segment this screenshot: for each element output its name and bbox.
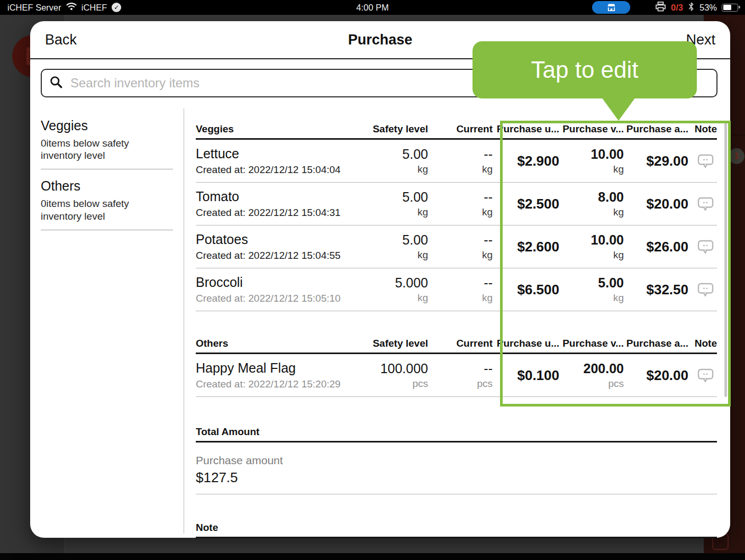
battery-percent-label: 53% — [699, 3, 717, 13]
safety-unit: pcs — [412, 378, 428, 390]
col-purchase-volume: Purchase v... — [559, 123, 624, 135]
table-header-veggies: Veggies Safety level Current Purchase u.… — [196, 123, 717, 140]
purchase-unit-price-field[interactable]: $6.500 — [493, 273, 559, 306]
purchase-volume-field[interactable]: 10.00kg — [559, 230, 624, 264]
table-row-lettuce: Lettuce Created at: 2022/12/12 15:04:04 … — [196, 140, 717, 183]
item-name: Broccoli — [196, 275, 369, 290]
print-queue-count: 0/3 — [671, 3, 683, 13]
safety-value: 5.00 — [402, 147, 428, 162]
col-purchase-volume: Purchase v... — [559, 338, 624, 349]
sidebar-item-sub: 0items below safety inventory level — [41, 137, 155, 161]
safety-value: 5.00 — [402, 232, 428, 248]
table-row-tomato: Tomato Created at: 2022/12/12 15:04:31 5… — [196, 183, 717, 225]
purchase-amount-field[interactable]: $20.00 — [624, 187, 688, 221]
bluetooth-icon — [688, 2, 695, 14]
total-amount-section: Total Amount Purchase amount $127.5 — [196, 426, 717, 494]
page-title: Purchase — [348, 32, 413, 48]
current-unit: kg — [482, 292, 493, 304]
section-name: Veggies — [196, 123, 369, 135]
storefront-icon — [607, 3, 616, 12]
col-current: Current — [428, 123, 493, 135]
storefront-pill-button[interactable] — [592, 1, 630, 14]
sidebar-divider — [184, 109, 184, 534]
item-created-at: Created at: 2022/12/12 15:05:10 — [196, 293, 369, 304]
purchase-unit-price-field[interactable]: $2.600 — [493, 230, 559, 264]
note-button[interactable] — [688, 273, 717, 306]
item-name: Tomato — [196, 189, 369, 204]
table-row-happy-meal-flag: Happy Meal Flag Created at: 2022/12/12 1… — [196, 354, 717, 397]
purchase-volume-field[interactable]: 5.00kg — [559, 273, 624, 306]
note-button[interactable] — [688, 187, 717, 221]
item-created-at: Created at: 2022/12/12 15:04:31 — [196, 207, 369, 219]
item-name: Lettuce — [196, 146, 369, 161]
backdrop-divider — [732, 134, 745, 136]
col-note: Note — [688, 338, 717, 349]
purchase-amount-field[interactable]: $32.50 — [624, 273, 688, 306]
col-purchase-unit: Purchase u... — [493, 338, 559, 349]
item-created-at: Created at: 2022/12/12 15:04:55 — [196, 250, 369, 261]
current-value: -- — [484, 147, 493, 162]
status-bar: iCHEF Server iCHEF ✓ 4:00 PM — [0, 0, 745, 15]
purchase-volume-field[interactable]: 8.00kg — [559, 187, 624, 221]
note-button[interactable] — [688, 144, 717, 178]
purchase-amount-field[interactable]: $20.00 — [624, 358, 688, 392]
current-unit: pcs — [477, 378, 493, 390]
tap-to-edit-tooltip: Tap to edit — [473, 41, 697, 98]
table-row-broccoli: Broccoli Created at: 2022/12/12 15:05:10… — [196, 268, 717, 311]
back-button[interactable]: Back — [45, 32, 77, 48]
purchase-volume-field[interactable]: 10.00kg — [559, 144, 624, 178]
sidebar-item-sub: 0items below safety inventory level — [41, 197, 155, 222]
purchase-amount-value: $127.5 — [196, 469, 717, 486]
col-purchase-amount: Purchase a... — [624, 123, 688, 135]
current-unit: kg — [482, 249, 493, 261]
item-created-at: Created at: 2022/12/12 15:20:29 — [196, 378, 369, 390]
current-value: -- — [484, 189, 493, 205]
purchase-amount-field[interactable]: $26.00 — [624, 230, 688, 264]
inventory-table: Veggies Safety level Current Purchase u.… — [196, 109, 717, 538]
purchase-volume-field[interactable]: 200.00pcs — [559, 358, 624, 392]
current-unit: kg — [482, 164, 493, 175]
purchase-modal: Back Purchase Next Veggies 0items below … — [30, 21, 730, 538]
table-header-others: Others Safety level Current Purchase u..… — [196, 338, 717, 354]
col-purchase-amount: Purchase a... — [624, 338, 688, 349]
purchase-amount-field[interactable]: $29.00 — [624, 144, 688, 178]
sidebar-item-others[interactable]: Others 0items below safety inventory lev… — [41, 178, 173, 230]
clock-label: 4:00 PM — [356, 0, 388, 15]
purchase-unit-price-field[interactable]: $2.500 — [493, 187, 559, 221]
col-safety-level: Safety level — [369, 123, 428, 135]
safety-unit: kg — [417, 292, 428, 304]
safety-unit: kg — [417, 164, 428, 175]
col-note: Note — [688, 123, 717, 135]
safety-unit: kg — [417, 206, 428, 218]
modal-content: Veggies 0items below safety inventory le… — [30, 109, 730, 538]
section-divider — [196, 494, 717, 494]
note-button[interactable] — [688, 230, 717, 264]
category-sidebar: Veggies 0items below safety inventory le… — [41, 118, 173, 239]
sidebar-item-label: Veggies — [41, 118, 173, 133]
total-amount-title: Total Amount — [196, 426, 717, 442]
purchase-unit-price-field[interactable]: $2.900 — [493, 144, 559, 178]
note-section: Note — [196, 522, 717, 538]
section-name: Others — [196, 338, 369, 349]
note-bubble-icon — [697, 240, 714, 254]
network-name-label: iCHEF — [81, 3, 107, 13]
backdrop-bottom-strip — [0, 553, 745, 560]
server-name-label: iCHEF Server — [7, 3, 61, 13]
tooltip-arrow — [602, 97, 635, 121]
count-badge: 1 — [729, 148, 744, 164]
scrollbar[interactable] — [724, 123, 727, 397]
note-section-title: Note — [196, 522, 717, 538]
current-value: -- — [484, 275, 493, 291]
screen: iCHEF Server iCHEF ✓ 4:00 PM — [0, 0, 745, 560]
col-current: Current — [428, 338, 493, 349]
item-created-at: Created at: 2022/12/12 15:04:04 — [196, 164, 369, 176]
current-value: -- — [484, 361, 493, 376]
note-bubble-icon — [697, 368, 714, 383]
note-bubble-icon — [697, 283, 714, 297]
current-value: -- — [484, 232, 493, 248]
purchase-unit-price-field[interactable]: $0.100 — [493, 358, 559, 392]
sidebar-item-veggies[interactable]: Veggies 0items below safety inventory le… — [41, 118, 173, 169]
purchase-amount-label: Purchase amount — [196, 454, 717, 467]
note-button[interactable] — [688, 358, 717, 392]
current-unit: kg — [482, 206, 493, 218]
